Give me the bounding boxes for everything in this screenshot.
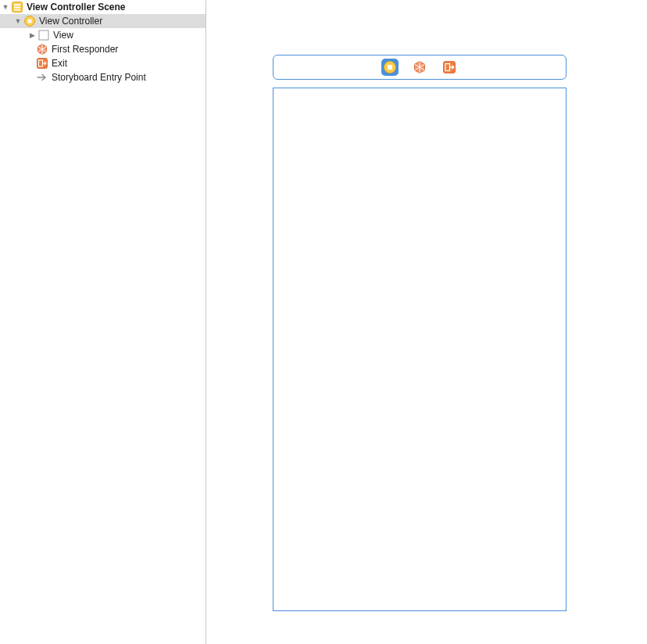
disclosure-triangle-icon[interactable]: ▼	[2, 3, 9, 11]
view-controller-header-bar[interactable]	[273, 55, 567, 80]
document-outline-sidebar: ▼ View Controller Scene ▼ View Controlle…	[0, 0, 206, 644]
svg-rect-6	[39, 30, 48, 40]
first-responder-icon	[36, 43, 48, 55]
tree-label: View Controller	[39, 16, 102, 27]
tree-label: First Responder	[52, 44, 118, 55]
svg-rect-3	[14, 9, 20, 11]
disclosure-triangle-icon[interactable]: ▼	[14, 17, 22, 25]
view-icon	[38, 29, 50, 41]
tree-row-view-controller[interactable]: ▼ View Controller	[0, 14, 206, 28]
svg-rect-1	[14, 4, 20, 5]
tree-row-entry-point[interactable]: Storyboard Entry Point	[0, 70, 206, 84]
tree-label: View Controller Scene	[27, 2, 126, 13]
first-responder-icon	[413, 60, 427, 74]
svg-rect-10	[388, 65, 392, 70]
tree-row-exit[interactable]: Exit	[0, 56, 206, 70]
tree-label: View	[53, 30, 73, 41]
header-view-controller-button[interactable]	[381, 59, 399, 76]
view-controller-icon	[23, 15, 36, 27]
arrow-right-icon	[36, 71, 48, 84]
tree-label: Exit	[52, 58, 67, 69]
view-controller-root-view[interactable]	[273, 88, 567, 611]
disclosure-triangle-icon[interactable]: ▶	[28, 31, 36, 39]
exit-icon	[442, 60, 456, 74]
header-first-responder-button[interactable]	[411, 59, 428, 76]
view-controller-icon	[383, 60, 397, 74]
storyboard-canvas[interactable]	[206, 0, 647, 644]
tree-label: Storyboard Entry Point	[52, 72, 146, 83]
view-controller-canvas-item[interactable]	[273, 55, 567, 611]
storyboard-scene-icon	[11, 1, 23, 13]
header-exit-button[interactable]	[441, 59, 458, 76]
exit-icon	[36, 57, 48, 70]
svg-rect-5	[28, 20, 32, 23]
tree-row-first-responder[interactable]: First Responder	[0, 42, 206, 56]
tree-row-view[interactable]: ▶ View	[0, 28, 206, 42]
tree-row-scene[interactable]: ▼ View Controller Scene	[0, 0, 206, 14]
svg-rect-2	[14, 7, 20, 9]
